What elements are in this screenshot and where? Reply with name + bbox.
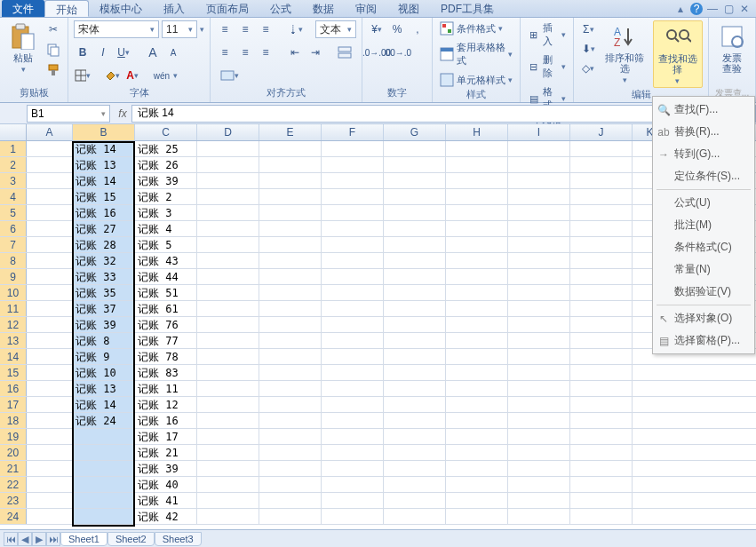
menu-replace[interactable]: ab替换(R)... <box>653 121 754 143</box>
tab-formula[interactable]: 公式 <box>259 0 302 17</box>
cell[interactable] <box>27 413 73 428</box>
delete-cells-button[interactable]: ⊟删除 ▾ <box>526 52 568 81</box>
cell[interactable] <box>322 461 384 476</box>
cell[interactable] <box>570 237 633 252</box>
row-header[interactable]: 23 <box>0 493 27 508</box>
cell[interactable] <box>508 429 570 444</box>
cell[interactable] <box>446 397 508 412</box>
cell[interactable] <box>384 365 446 380</box>
cell[interactable] <box>259 173 322 188</box>
cell[interactable]: 记账 40 <box>135 477 197 492</box>
cell[interactable] <box>384 221 446 236</box>
cell[interactable] <box>508 285 570 300</box>
cell[interactable] <box>322 253 384 268</box>
cell[interactable] <box>508 221 570 236</box>
cell[interactable] <box>570 157 633 172</box>
cell[interactable] <box>384 285 446 300</box>
cell[interactable] <box>384 205 446 220</box>
comma-button[interactable]: , <box>409 20 426 38</box>
cell[interactable] <box>508 493 570 508</box>
cell[interactable] <box>322 493 384 508</box>
name-box[interactable]: B1▾ <box>27 105 110 123</box>
cell[interactable] <box>570 381 633 396</box>
increase-indent-button[interactable]: ⇥ <box>306 44 324 61</box>
menu-selection-pane[interactable]: ▤选择窗格(P)... <box>653 329 754 352</box>
restore-icon[interactable]: ▢ <box>722 3 735 15</box>
row-header[interactable]: 10 <box>0 285 27 300</box>
menu-goto-special[interactable]: 定位条件(S)... <box>653 165 754 187</box>
format-as-table-button[interactable]: 套用表格格式 ▾ <box>438 40 514 68</box>
cell[interactable] <box>197 333 259 348</box>
cell[interactable] <box>27 221 73 236</box>
cell[interactable] <box>384 317 446 332</box>
cell[interactable] <box>570 429 633 444</box>
fill-color-button[interactable]: ▾ <box>103 67 121 84</box>
close-icon[interactable]: ✕ <box>738 3 751 15</box>
cell[interactable] <box>27 237 73 252</box>
cell[interactable] <box>322 141 384 156</box>
row-header[interactable]: 22 <box>0 477 27 492</box>
tab-page-layout[interactable]: 页面布局 <box>195 0 259 17</box>
cell[interactable] <box>508 413 570 428</box>
cell[interactable] <box>197 221 259 236</box>
cell[interactable] <box>322 317 384 332</box>
cell[interactable] <box>322 189 384 204</box>
cell[interactable] <box>322 285 384 300</box>
menu-goto[interactable]: →转到(G)... <box>653 143 754 165</box>
tab-file[interactable]: 文件 <box>2 0 44 17</box>
cell[interactable] <box>197 141 259 156</box>
menu-cond-format[interactable]: 条件格式(C) <box>653 236 754 258</box>
cell[interactable]: 记账 8 <box>73 333 135 348</box>
cell[interactable] <box>508 205 570 220</box>
cell[interactable] <box>259 141 322 156</box>
cell[interactable]: 记账 41 <box>135 493 197 508</box>
row-header[interactable]: 2 <box>0 157 27 172</box>
cell[interactable] <box>322 333 384 348</box>
cell[interactable] <box>197 189 259 204</box>
row-header[interactable]: 14 <box>0 349 27 364</box>
invoice-check-button[interactable]: 发票 查验 <box>714 20 750 75</box>
cell[interactable] <box>27 173 73 188</box>
cell[interactable] <box>322 349 384 364</box>
cell[interactable] <box>384 333 446 348</box>
cell[interactable]: 记账 27 <box>73 221 135 236</box>
cell[interactable] <box>259 221 322 236</box>
cell[interactable] <box>27 509 73 524</box>
cell[interactable] <box>446 269 508 284</box>
cell[interactable]: 记账 5 <box>135 237 197 252</box>
font-size-combo[interactable]: 11▾ <box>162 20 197 38</box>
tab-insert[interactable]: 插入 <box>153 0 195 17</box>
cell[interactable] <box>384 381 446 396</box>
cell[interactable]: 记账 43 <box>135 253 197 268</box>
cell[interactable] <box>322 205 384 220</box>
cell[interactable]: 记账 9 <box>73 349 135 364</box>
cell[interactable] <box>322 429 384 444</box>
tab-review[interactable]: 审阅 <box>345 0 387 17</box>
cell[interactable] <box>384 157 446 172</box>
cell[interactable] <box>322 173 384 188</box>
cell[interactable] <box>259 205 322 220</box>
row-header[interactable]: 18 <box>0 413 27 428</box>
fill-button[interactable]: ⬇▾ <box>579 40 597 58</box>
cell[interactable] <box>27 157 73 172</box>
merge-cells-button[interactable]: ▾ <box>216 67 243 84</box>
cell[interactable] <box>384 397 446 412</box>
cell[interactable] <box>384 509 446 524</box>
help-icon[interactable]: ? <box>690 3 703 15</box>
cell[interactable] <box>73 445 135 460</box>
sheet-nav-next[interactable]: ▶ <box>32 532 46 546</box>
cell[interactable] <box>322 365 384 380</box>
cell[interactable] <box>508 333 570 348</box>
cell[interactable]: 记账 51 <box>135 285 197 300</box>
cell[interactable] <box>384 141 446 156</box>
cut-button[interactable]: ✂ <box>44 20 62 38</box>
cell[interactable] <box>570 301 633 316</box>
cell[interactable] <box>322 397 384 412</box>
cell[interactable] <box>446 413 508 428</box>
menu-select-objects[interactable]: ↖选择对象(O) <box>653 307 754 329</box>
text-direction-combo[interactable]: 文本▾ <box>315 20 356 38</box>
cell[interactable] <box>446 221 508 236</box>
phonetic-button[interactable]: wén <box>153 67 171 84</box>
cell[interactable] <box>322 301 384 316</box>
cell[interactable]: 记账 14 <box>73 173 135 188</box>
